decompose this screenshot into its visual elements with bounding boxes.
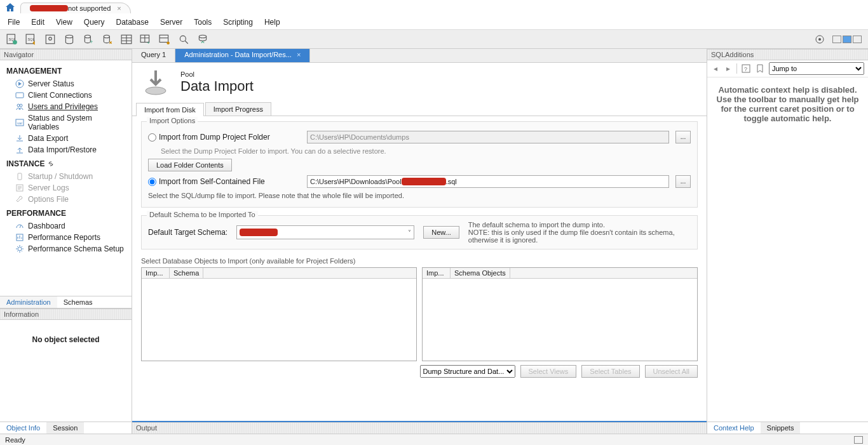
svg-point-30 [146,87,166,95]
reconnect-icon[interactable] [197,34,208,45]
search-icon[interactable] [178,34,189,45]
svg-text:var: var [17,121,22,125]
db-icon[interactable] [64,34,75,45]
col-schema: Schema [170,268,203,278]
menu-edit[interactable]: Edit [31,18,44,27]
tab-query1[interactable]: Query 1 [132,49,175,62]
browse-file-button[interactable]: ... [675,175,691,188]
view-icon[interactable] [159,34,170,45]
panel-toggle-right[interactable] [853,36,862,43]
information-header: Information [0,309,132,320]
help-icon[interactable]: ? [741,63,751,74]
new-sql-tab-icon[interactable]: SQL [6,34,18,45]
table-icon[interactable] [121,34,132,45]
self-contained-path[interactable]: C:\Users\HP\Downloads\Pool.sql [307,175,669,188]
nav-perf-reports[interactable]: Performance Reports [6,232,125,243]
svg-text:+: + [147,39,150,44]
browse-folder-button[interactable]: ... [675,131,691,143]
nav-dashboard[interactable]: Dashboard [6,220,125,232]
sa-tab-context[interactable]: Context Help [707,422,761,434]
subtab-disk[interactable]: Import from Disk [136,103,204,116]
radio-dump-folder[interactable]: Import from Dump Project Folder [148,133,301,142]
import-options-group: Import Options Import from Dump Project … [141,121,698,208]
schema-combo[interactable]: ˅ [236,225,414,239]
unselect-all-button[interactable]: Unselect All [645,365,698,378]
subtab-progress[interactable]: Import Progress [205,102,271,116]
panel-toggle-icons [832,36,862,43]
back-icon[interactable]: ◂ [711,64,720,73]
nav-data-export[interactable]: Data Export [6,133,125,144]
info-tab-object[interactable]: Object Info [0,422,46,434]
menu-view[interactable]: View [56,18,72,27]
menu-query[interactable]: Query [84,18,105,27]
import-subtabs: Import from Disk Import Progress [132,102,707,116]
open-sql-icon[interactable]: SQL [25,34,37,45]
wrench-icon [15,195,24,204]
objects-label: Select Database Objects to Import (only … [141,257,698,265]
select-tables-button[interactable]: Select Tables [581,365,639,378]
table-add-icon[interactable]: + [140,34,151,45]
sa-help-text: Automatic context help is disabled. Use … [707,77,868,422]
navigator-tabs: Administration Schemas [0,296,132,309]
nav-client-connections[interactable]: Client Connections [6,90,125,101]
info-tabs: Object Info Session [0,422,132,434]
nav-tab-schemas[interactable]: Schemas [57,296,99,308]
group-title-schema: Default Schema to be Imported To [147,211,258,218]
nav-tab-administration[interactable]: Administration [0,296,57,308]
jump-to-select[interactable]: Jump to [769,62,864,75]
inspector-icon[interactable] [44,34,56,45]
svg-point-8 [85,35,90,38]
panel-toggle-bottom[interactable] [843,36,851,43]
auto-help-icon[interactable] [755,63,765,74]
nav-data-import[interactable]: Data Import/Restore [6,144,125,156]
menu-file[interactable]: File [8,18,20,27]
panel-toggle-left[interactable] [832,36,841,43]
navigator-header: Navigator [0,49,132,60]
close-icon[interactable]: × [117,4,121,12]
schema-label: Default Target Schema: [148,228,227,237]
nav-server-logs[interactable]: Server Logs [6,182,125,194]
nav-options-file[interactable]: Options File [6,194,125,205]
nav-perf-schema[interactable]: Performance Schema Setup [6,243,125,255]
close-icon[interactable]: × [297,51,301,58]
db-add-icon[interactable]: + [83,34,94,45]
schema-table[interactable]: Imp...Schema [141,267,417,361]
menu-server[interactable]: Server [160,18,182,27]
menubar: File Edit View Query Database Server Too… [0,15,868,30]
information-body: No object selected [0,320,132,422]
home-icon[interactable] [5,3,15,13]
output-header: Output [132,422,707,434]
tab-admin-import[interactable]: Administration - Data Import/Res...× [175,49,310,62]
play-icon [15,79,24,88]
nav-status-variables[interactable]: varStatus and System Variables [6,112,125,133]
menu-tools[interactable]: Tools [194,18,212,27]
nav-startup-shutdown[interactable]: Startup / Shutdown [6,171,125,182]
users-icon [15,102,24,111]
chevron-down-icon: ˅ [408,229,411,236]
nav-server-status[interactable]: Server Status [6,78,125,90]
connection-tab[interactable]: not supported × [20,3,131,13]
nav-users-privileges[interactable]: Users and Privileges [6,101,125,112]
load-folder-button[interactable]: Load Folder Contents [148,159,232,171]
svg-point-2 [13,40,17,44]
select-views-button[interactable]: Select Views [520,365,577,378]
objects-table[interactable]: Imp...Schema Objects [422,267,698,361]
forward-icon[interactable]: ▸ [724,64,733,73]
menu-database[interactable]: Database [116,18,149,27]
db-model-icon[interactable] [102,34,113,45]
statusbar-icon[interactable] [854,436,863,444]
sql-additions-header: SQLAdditions [707,49,868,60]
new-schema-button[interactable]: New... [423,226,459,239]
sa-tabs: Context Help Snippets [707,422,868,434]
radio-self-contained[interactable]: Import from Self-Contained File [148,177,301,186]
settings-icon[interactable] [815,34,825,45]
statusbar: Ready [0,434,868,445]
col-objects: Schema Objects [451,268,510,278]
menu-help[interactable]: Help [264,18,280,27]
svg-rect-26 [18,173,22,180]
gear-icon [15,244,24,253]
menu-scripting[interactable]: Scripting [223,18,253,27]
info-tab-session[interactable]: Session [46,422,84,434]
dump-type-select[interactable]: Dump Structure and Dat... [420,365,515,378]
sa-tab-snippets[interactable]: Snippets [761,422,801,434]
